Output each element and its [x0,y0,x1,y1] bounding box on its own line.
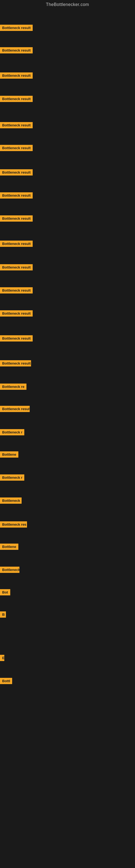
bottleneck-badge[interactable]: Bottleneck result [0,335,33,341]
bottleneck-item: Bottleneck result [0,122,33,128]
bottleneck-badge[interactable]: Bottleneck r [0,429,24,435]
bottleneck-badge[interactable]: B [0,611,6,618]
bottleneck-item: Bottleneck result [0,360,31,367]
bottleneck-item: Bottleneck result [0,72,33,79]
bottleneck-badge[interactable]: Bottleneck res [0,521,27,528]
bottleneck-badge[interactable]: Bottleneck result [0,264,33,271]
bottleneck-item: Bottleneck re [0,383,27,390]
bottleneck-item: Bottleneck result [0,310,33,316]
bottleneck-item: Bottleneck result [0,47,33,54]
bottleneck-badge[interactable]: Bottleneck result [0,360,31,367]
bottleneck-badge[interactable]: Bottleneck result [0,25,33,31]
bottleneck-item: Bottleneck [0,497,21,504]
bottleneck-item: Bottleneck result [0,335,33,341]
bottleneck-item: Bottlene [0,544,18,550]
bottleneck-item: Bottleneck [0,567,19,573]
bottleneck-item: Bottlene [0,452,18,458]
bottleneck-badge[interactable]: Bottlene [0,544,18,550]
bottleneck-item: Bottleneck result [0,145,33,151]
bottleneck-badge[interactable]: Bottleneck result [0,406,30,412]
bottleneck-item: Bottleneck result [0,96,33,102]
bottleneck-item: Bottleneck result [0,406,30,412]
bottleneck-badge[interactable]: E [0,655,4,661]
bottleneck-badge[interactable]: Bottleneck result [0,215,33,222]
bottleneck-badge[interactable]: Bottleneck r [0,474,24,480]
bottleneck-badge[interactable]: Bottleneck result [0,96,33,102]
bottleneck-badge[interactable]: Bottleneck result [0,47,33,54]
bottleneck-item: Bot [0,589,10,595]
bottleneck-item: Bottleneck result [0,192,33,198]
bottleneck-item: Bottleneck r [0,474,24,480]
bottleneck-item: Bottleneck result [0,169,33,176]
bottleneck-badge[interactable]: Bottlene [0,452,18,458]
site-title: TheBottlenecker.com [0,0,135,9]
bottleneck-item: Bottl [0,678,12,684]
bottleneck-badge[interactable]: Bottleneck result [0,287,33,293]
bottleneck-badge[interactable]: Bottleneck result [0,192,33,198]
bottleneck-item: Bottleneck result [0,241,33,247]
bottleneck-item: Bottleneck result [0,264,33,271]
bottleneck-badge[interactable]: Bottleneck [0,497,21,504]
bottleneck-badge[interactable]: Bottleneck result [0,122,33,128]
bottleneck-badge[interactable]: Bottleneck [0,567,19,573]
bottleneck-badge[interactable]: Bottleneck result [0,241,33,247]
bottleneck-badge[interactable]: Bot [0,589,10,595]
bottleneck-badge[interactable]: Bottleneck result [0,72,33,79]
bottleneck-badge[interactable]: Bottleneck result [0,145,33,151]
bottleneck-badge[interactable]: Bottl [0,678,12,684]
bottleneck-badge[interactable]: Bottleneck re [0,383,27,390]
bottleneck-item: Bottleneck result [0,25,33,31]
bottleneck-item: Bottleneck result [0,215,33,222]
bottleneck-item: B [0,611,6,618]
bottleneck-badge[interactable]: Bottleneck result [0,310,33,316]
bottleneck-item: Bottleneck r [0,429,24,435]
bottleneck-badge[interactable]: Bottleneck result [0,169,33,176]
bottleneck-item: E [0,655,4,661]
bottleneck-item: Bottleneck res [0,521,27,528]
bottleneck-item: Bottleneck result [0,287,33,293]
